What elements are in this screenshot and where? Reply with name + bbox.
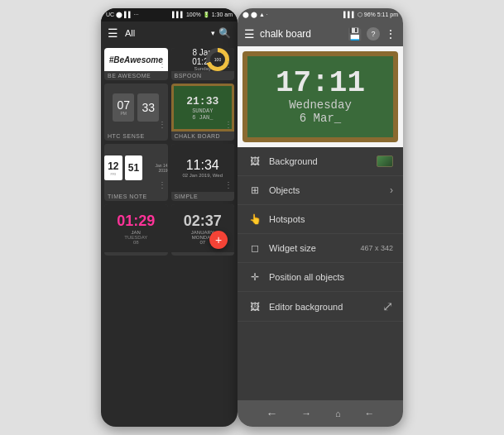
menu-item-position[interactable]: ✛ Position all objects	[238, 263, 403, 292]
background-icon: 🖼	[247, 154, 262, 169]
bottom-nav: ← → ⌂ ←	[238, 400, 403, 427]
widget-list: #BeAwesome BE AWESOME ⋮ 8 Jan 01:25 Sund…	[101, 45, 238, 259]
gray-time: 02:37	[184, 213, 222, 230]
right-phone: ⬤ ⬤ ▲ · ▌▌▌ ⬡ 96% 5:11 pm ☰ chalk board …	[238, 8, 403, 427]
pink-time: 01:29	[117, 213, 155, 230]
times-minute: 51	[128, 162, 139, 174]
chalk-display-weekday: Wednesday	[289, 98, 352, 112]
chalk-display-time: 17:11	[276, 69, 365, 98]
status-left-icons: UC ⬤ ▌▌ ···	[106, 12, 139, 18]
nav-home[interactable]: ⌂	[335, 409, 341, 418]
toolbar-left: ☰ All ▾ 🔍	[101, 22, 238, 45]
hotspots-icon: 👆	[247, 212, 262, 227]
pink-preview: 01:29 JAN TUESDAY 08	[104, 204, 168, 252]
bspoon-percent: 100	[214, 57, 221, 62]
chalk-display-date: 6 Mar_	[300, 112, 341, 125]
chalk-display-frame: 17:11 Wednesday 6 Mar_	[242, 51, 398, 142]
widget-label-bspoon: BSPOON	[171, 71, 235, 80]
widget-label-be-awesome: BE AWESOME	[104, 71, 168, 80]
pink-dom: 08	[133, 240, 139, 245]
widget-pink-clock[interactable]: 01:29 JAN TUESDAY 08	[104, 204, 168, 256]
htc-hour: 07	[117, 99, 130, 111]
widget-gray-clock[interactable]: 02:37 JANUARY MONDAY 07 +	[171, 204, 235, 256]
htc-period: PM	[121, 111, 127, 116]
menu-icon-right[interactable]: ☰	[244, 27, 255, 41]
search-icon[interactable]: 🔍	[218, 27, 231, 39]
widget-label-simple: SIMPLE	[171, 192, 235, 201]
fab-button[interactable]: +	[209, 231, 228, 249]
status-right-info: ▌▌▌ 100% 🔋 1:30 am	[172, 12, 233, 18]
more-icon-be-awesome[interactable]: ⋮	[158, 60, 166, 69]
more-icon[interactable]: ⋮	[385, 27, 396, 41]
widget-chalk-board[interactable]: 21:33 SUNDAY 6 JAN_ CHALK BOARD ⋮	[171, 84, 235, 141]
widget-label-htc: HTC SENSE	[104, 131, 168, 141]
nav-back[interactable]: ←	[266, 407, 277, 420]
be-awesome-text: #BeAwesome	[109, 55, 163, 65]
save-icon[interactable]: 💾	[348, 27, 362, 41]
widget-size-icon: ◻	[247, 241, 262, 256]
menu-item-widget-size[interactable]: ◻ Widget size 467 x 342	[238, 234, 403, 263]
more-icon-bspoon[interactable]: ⋮	[224, 60, 233, 69]
simple-date: 02 Jan 2019, Wed	[182, 173, 223, 178]
chalk-date: 6 JAN_	[192, 114, 213, 121]
more-icon-times[interactable]: ⋮	[158, 180, 166, 189]
widget-htc-sense[interactable]: 07 PM 33 HTC SENSE ⋮	[104, 84, 168, 141]
widget-size-value: 467 x 342	[360, 244, 393, 252]
menu-item-hotspots[interactable]: 👆 Hotspots	[238, 205, 403, 234]
times-fri: FRI	[111, 172, 116, 176]
times-small-text: Jan 14 2019	[145, 163, 167, 173]
objects-icon: ⊞	[247, 183, 262, 198]
nav-forward[interactable]: ←	[365, 408, 375, 419]
settings-menu: 🖼 Background ⊞ Objects › 👆 Hotspots ◻ Wi…	[238, 147, 403, 400]
objects-arrow: ›	[390, 184, 393, 196]
times-date-small: Jan 14 2019	[145, 163, 167, 173]
toolbar-title: All	[122, 28, 208, 38]
widget-display-area: 17:11 Wednesday 6 Mar_	[242, 51, 398, 142]
app-title: chalk board	[260, 28, 343, 40]
widget-label-chalk: CHALK BOARD	[171, 131, 235, 141]
htc-minute-box: 33	[137, 93, 159, 122]
simple-time: 11:34	[186, 158, 219, 173]
menu-item-objects[interactable]: ⊞ Objects ›	[238, 176, 403, 205]
toolbar-right: ☰ chalk board 💾 ? ⋮	[238, 22, 403, 46]
bspoon-circle-inner: 100	[210, 52, 225, 67]
status-right-left-icons: ⬤ ⬤ ▲ ·	[242, 12, 268, 18]
times-hour: 12	[108, 160, 118, 172]
menu-label-position: Position all objects	[269, 272, 393, 282]
more-icon-htc[interactable]: ⋮	[158, 120, 166, 129]
htc-minute: 33	[142, 102, 155, 113]
more-icon-simple[interactable]: ⋮	[224, 180, 233, 189]
widget-list-container: #BeAwesome BE AWESOME ⋮ 8 Jan 01:25 Sund…	[101, 45, 238, 427]
dropdown-icon[interactable]: ▾	[211, 29, 215, 37]
editor-bg-icon: 🖼	[247, 299, 262, 314]
chalk-inner: 21:33 SUNDAY 6 JAN_	[174, 86, 233, 129]
times-hour-box: 12 FRI	[104, 155, 122, 180]
widget-be-awesome[interactable]: #BeAwesome BE AWESOME ⋮	[104, 48, 168, 80]
help-icon[interactable]: ?	[367, 27, 380, 41]
more-icon-chalk[interactable]: ⋮	[224, 120, 233, 129]
menu-label-editor-bg: Editor background	[269, 302, 376, 312]
editor-bg-expand: ⤢	[382, 299, 393, 314]
menu-label-background: Background	[269, 156, 370, 166]
status-right-right-info: ▌▌▌ ⬡ 96% 5:11 pm	[343, 12, 398, 18]
menu-item-editor-background[interactable]: 🖼 Editor background ⤢	[238, 292, 403, 322]
left-phone: UC ⬤ ▌▌ ··· ▌▌▌ 100% 🔋 1:30 am ☰ All ▾ 🔍…	[101, 8, 238, 427]
menu-label-objects: Objects	[269, 185, 383, 195]
status-bar-right: ⬤ ⬤ ▲ · ▌▌▌ ⬡ 96% 5:11 pm	[238, 8, 403, 22]
widget-bspoon[interactable]: 8 Jan 01:25 Sunday 100 BSPOON ⋮	[171, 48, 235, 80]
chalk-display-inner: 17:11 Wednesday 6 Mar_	[247, 56, 393, 137]
widget-label-pink	[104, 252, 168, 256]
widget-simple[interactable]: 11:34 02 Jan 2019, Wed SIMPLE ⋮	[171, 144, 235, 201]
widget-label-times: TIMES NOTE	[104, 192, 168, 201]
menu-label-hotspots: Hotspots	[269, 214, 393, 224]
menu-item-background[interactable]: 🖼 Background	[238, 147, 403, 176]
menu-label-widget-size: Widget size	[269, 243, 353, 253]
chalk-time: 21:33	[186, 95, 218, 108]
htc-hour-box: 07 PM	[113, 93, 134, 122]
menu-icon[interactable]: ☰	[108, 26, 118, 40]
chalk-day: SUNDAY	[192, 108, 213, 114]
gray-dom: 07	[199, 240, 205, 245]
nav-recents[interactable]: →	[301, 408, 311, 419]
widget-times-note[interactable]: 12 FRI 51 Jan 14 2019 TIMES NOTE ⋮	[104, 144, 168, 201]
background-thumbnail	[377, 155, 393, 167]
